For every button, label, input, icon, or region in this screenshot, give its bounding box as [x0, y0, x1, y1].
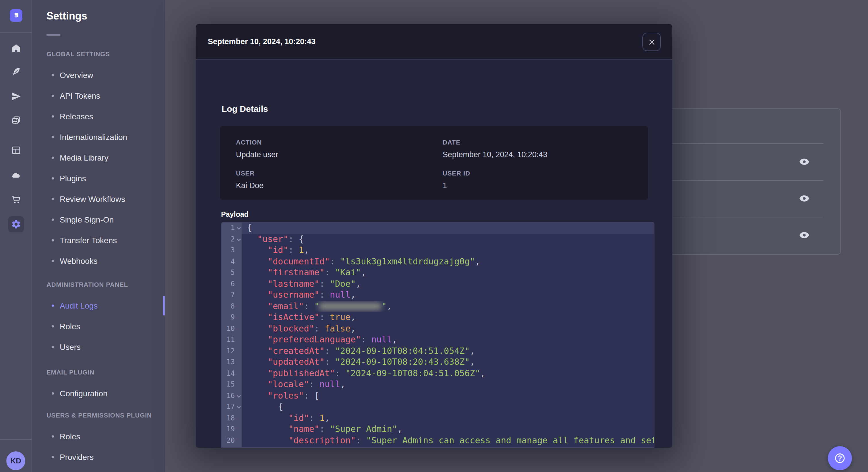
help-button[interactable] [828, 446, 852, 470]
line-number: 2 [222, 234, 242, 245]
line-number: 6 [222, 278, 242, 290]
rail-item-gear[interactable] [8, 216, 24, 232]
code-line-2: 2 "user": { [222, 234, 654, 245]
code-line-12: 12 "createdAt": "2024-09-10T08:04:51.054… [222, 345, 654, 357]
bullet-icon [52, 218, 54, 221]
bullet-icon [52, 346, 54, 348]
nav-item-label: Roles [60, 322, 81, 331]
line-number: 7 [222, 290, 242, 301]
rail-item-home[interactable] [8, 40, 24, 56]
bullet-icon [52, 95, 54, 97]
nav-item-roles[interactable]: Roles [32, 316, 165, 337]
rail-item-cloud[interactable] [8, 167, 24, 183]
payload-label: Payload [221, 210, 249, 218]
fold-chevron-icon[interactable] [237, 401, 241, 409]
strapi-logo[interactable] [10, 9, 22, 22]
view-log-button[interactable] [797, 155, 811, 169]
nav-item-plugins[interactable]: Plugins [32, 168, 165, 189]
bullet-icon [52, 74, 54, 76]
nav-item-label: Providers [60, 452, 94, 462]
bullet-icon [52, 392, 54, 395]
nav-item-releases[interactable]: Releases [32, 106, 165, 127]
nav-item-label: Transfer Tokens [60, 236, 117, 245]
nav-item-media-library[interactable]: Media Library [32, 147, 165, 168]
nav-item-label: Releases [60, 112, 93, 121]
detail-value: September 10, 2024, 10:20:43 [443, 150, 648, 160]
close-button[interactable] [642, 33, 661, 51]
cart-icon [8, 194, 24, 205]
code-line-4: 4 "documentId": "ls3uk3g1xm4ltdrdugzajg0… [222, 256, 654, 267]
user-avatar[interactable]: KD [6, 451, 25, 470]
code-line-16: 16 "roles": [ [222, 390, 654, 401]
line-number: 3 [222, 245, 242, 256]
detail-action: ACTION Update user [236, 138, 443, 160]
bullet-icon [52, 456, 54, 458]
code-line-10: 10 "blocked": false, [222, 323, 654, 334]
nav-item-review-workflows[interactable]: Review Workflows [32, 189, 165, 209]
line-number: 8 [222, 301, 242, 312]
app-root: KD Settings GLOBAL SETTINGSOverviewAPI T… [0, 0, 868, 472]
code-line-20: 20 "description": "Super Admins can acce… [222, 435, 654, 446]
nav-item-label: Media Library [60, 153, 108, 162]
line-number: 17 [222, 401, 242, 413]
log-details-box: ACTION Update user DATE September 10, 20… [220, 126, 648, 200]
gear-icon [8, 219, 24, 229]
code-line-content: "isActive": true, [242, 312, 654, 323]
rail-item-send[interactable] [8, 88, 24, 104]
nav-item-single-sign-on[interactable]: Single Sign-On [32, 209, 165, 230]
payload-code-block[interactable]: 1{2 "user": {3 "id": 1,4 "documentId": "… [221, 222, 654, 448]
code-line-content: "documentId": "ls3uk3g1xm4ltdrdugzajg0g"… [242, 256, 654, 267]
nav-item-overview[interactable]: Overview [32, 65, 165, 86]
nav-item-roles[interactable]: Roles [32, 426, 165, 447]
nav-item-configuration[interactable]: Configuration [32, 383, 165, 404]
detail-value: 1 [443, 181, 648, 191]
code-line-11: 11 "preferedLanguage": null, [222, 334, 654, 345]
rail-item-cart[interactable] [8, 192, 24, 208]
nav-item-webhooks[interactable]: Webhooks [32, 250, 165, 271]
eye-icon [797, 156, 811, 167]
code-line-content: "description": "Super Admins can access … [242, 435, 654, 446]
cloud-icon [8, 170, 24, 180]
redacted-email [319, 303, 381, 309]
active-indicator [163, 296, 165, 315]
code-line-17: 17 { [222, 401, 654, 413]
line-number: 13 [222, 357, 242, 368]
rail-item-layout[interactable] [8, 142, 24, 158]
line-number: 18 [222, 413, 242, 424]
rail-item-images[interactable] [8, 112, 24, 129]
log-details-modal: September 10, 2024, 10:20:43 Log Details… [196, 24, 672, 448]
code-line-content: "username": null, [242, 290, 654, 301]
main-nav-rail: KD [0, 0, 32, 472]
home-icon [8, 43, 24, 53]
view-log-button[interactable] [797, 228, 811, 242]
nav-item-label: Users [60, 342, 81, 351]
detail-user: USER Kai Doe [236, 169, 443, 191]
fold-chevron-icon[interactable] [237, 390, 241, 398]
code-line-18: 18 "id": 1, [222, 413, 654, 424]
nav-item-api-tokens[interactable]: API Tokens [32, 86, 165, 106]
nav-item-users[interactable]: Users [32, 337, 165, 357]
nav-item-internationalization[interactable]: Internationalization [32, 127, 165, 147]
line-number: 10 [222, 323, 242, 334]
detail-value: Kai Doe [236, 181, 443, 191]
line-number: 14 [222, 368, 242, 379]
nav-item-label: Overview [60, 71, 93, 80]
nav-item-providers[interactable]: Providers [32, 447, 165, 467]
nav-item-audit-logs[interactable]: Audit Logs [32, 295, 165, 316]
line-number: 21 [222, 446, 242, 448]
code-line-content: { [242, 223, 654, 234]
nav-section-header: USERS & PERMISSIONS PLUGIN [46, 412, 165, 420]
nav-section-header: EMAIL PLUGIN [46, 369, 165, 377]
fold-chevron-icon[interactable] [237, 223, 241, 230]
nav-item-label: Webhooks [60, 256, 98, 266]
code-line-content: "user": { [242, 234, 654, 245]
fold-chevron-icon[interactable] [237, 234, 241, 241]
nav-item-transfer-tokens[interactable]: Transfer Tokens [32, 230, 165, 250]
view-log-button[interactable] [797, 192, 811, 205]
code-line-content: "locale": null, [242, 379, 654, 390]
settings-sub-nav: Settings GLOBAL SETTINGSOverviewAPI Toke… [32, 0, 165, 472]
code-line-6: 6 "lastname": "Doe", [222, 278, 654, 290]
detail-label: DATE [443, 138, 648, 146]
rail-item-feather[interactable] [8, 64, 24, 80]
code-line-14: 14 "publishedAt": "2024-09-10T08:04:51.0… [222, 368, 654, 379]
